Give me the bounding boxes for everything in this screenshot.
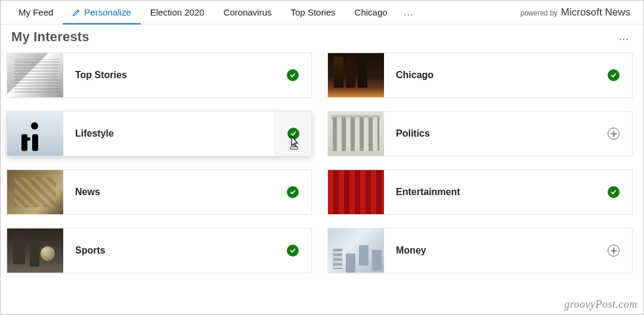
interest-label: Top Stories (63, 53, 274, 97)
interest-card-entertainment[interactable]: Entertainment (327, 169, 633, 215)
tab-top-stories[interactable]: Top Stories (281, 1, 345, 24)
interest-card-sports[interactable]: Sports (7, 228, 312, 273)
interest-thumbnail (7, 170, 63, 214)
interest-thumbnail (7, 53, 63, 97)
follow-toggle[interactable] (595, 228, 632, 273)
interest-card-politics[interactable]: Politics (327, 111, 633, 156)
interest-card-money[interactable]: Money (327, 228, 633, 273)
check-circle-icon (287, 245, 299, 257)
interest-label: Entertainment (384, 170, 595, 214)
interest-thumbnail (328, 53, 384, 97)
interest-label: Money (384, 228, 595, 273)
followed-toggle[interactable] (274, 53, 311, 97)
check-circle-icon (287, 69, 299, 81)
tabs-bar: My FeedPersonalizeElection 2020Coronavir… (1, 1, 643, 24)
tab-personalize[interactable]: Personalize (63, 1, 140, 24)
interest-thumbnail (7, 228, 63, 273)
powered-by-brand: Microsoft News (561, 7, 630, 18)
pencil-icon (72, 8, 80, 17)
interest-thumbnail (328, 170, 384, 214)
tab-label: Personalize (84, 7, 131, 17)
tab-my-feed[interactable]: My Feed (9, 1, 63, 24)
check-circle-icon (287, 128, 299, 140)
interest-label: Chicago (384, 53, 595, 97)
interest-label: Sports (63, 228, 274, 273)
tab-election-2020[interactable]: Election 2020 (141, 1, 214, 24)
tab-label: Election 2020 (150, 7, 205, 17)
check-circle-icon (608, 69, 620, 81)
powered-by-prefix: powered by (521, 9, 558, 17)
interest-card-chicago[interactable]: Chicago (327, 52, 633, 98)
interest-card-top-stories[interactable]: Top Stories (7, 52, 312, 98)
tab-coronavirus[interactable]: Coronavirus (214, 1, 281, 24)
interest-thumbnail (328, 228, 384, 273)
tab-label: Coronavirus (224, 7, 272, 17)
check-circle-icon (287, 186, 299, 198)
plus-circle-icon (608, 245, 620, 257)
interest-label: News (63, 170, 274, 214)
followed-toggle[interactable] (595, 53, 632, 97)
section-header: My Interests … (1, 24, 643, 47)
interest-card-lifestyle[interactable]: Lifestyle (7, 111, 312, 156)
interests-grid: Top StoriesChicagoLifestylePoliticsNewsE… (1, 47, 643, 284)
tab-label: Top Stories (291, 7, 336, 17)
section-title: My Interests (11, 29, 89, 45)
tab-label: My Feed (18, 7, 53, 17)
section-more-icon[interactable]: … (615, 28, 633, 45)
interest-thumbnail (7, 112, 63, 156)
watermark: groovyPost.com (564, 298, 637, 311)
interest-label: Politics (384, 112, 595, 156)
interest-thumbnail (328, 112, 384, 156)
tabs-more[interactable]: … (397, 6, 420, 18)
tab-chicago[interactable]: Chicago (345, 1, 397, 24)
interest-label: Lifestyle (63, 112, 274, 156)
plus-circle-icon (608, 128, 620, 140)
followed-toggle[interactable] (274, 112, 311, 156)
followed-toggle[interactable] (274, 170, 311, 214)
powered-by: powered by Microsoft News (521, 7, 635, 18)
followed-toggle[interactable] (595, 170, 632, 214)
followed-toggle[interactable] (274, 228, 311, 273)
interest-card-news[interactable]: News (7, 169, 312, 215)
follow-toggle[interactable] (595, 112, 632, 156)
tab-label: Chicago (355, 7, 388, 17)
check-circle-icon (608, 186, 620, 198)
